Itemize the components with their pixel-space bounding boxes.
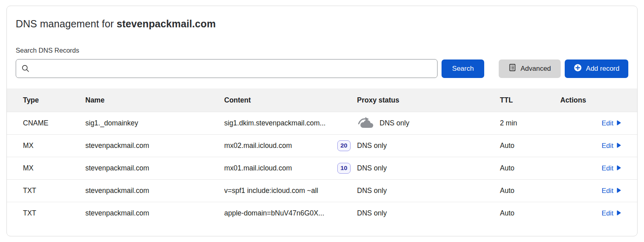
cell-type: TXT [23,209,85,217]
cell-content: sig1.dkim.stevenpackmail.com... [224,119,326,127]
edit-button[interactable]: Edit [602,209,621,217]
cell-ttl: Auto [500,142,560,150]
search-toolbar: Search Advanced [16,59,628,78]
table-row[interactable]: MX stevenpackmail.com mx01.mail.icloud.c… [7,157,637,179]
plus-icon [574,64,582,74]
edit-arrow-icon [617,187,621,195]
column-header-content: Content [224,96,357,105]
proxy-status-text: DNS only [357,187,387,195]
search-icon [21,64,30,74]
table-header-row: Type Name Content Proxy status TTL Actio… [7,88,637,112]
edit-label: Edit [602,119,613,127]
cell-type: CNAME [23,119,85,127]
search-label: Search DNS Records [16,47,628,54]
dns-only-cloud-icon [357,116,375,130]
cell-name: sig1._domainkey [85,119,224,127]
proxy-status-text: DNS only [357,209,387,217]
page-title-prefix: DNS management for [16,18,117,29]
proxy-status-text: DNS only [380,119,409,127]
column-header-type: Type [23,96,85,105]
dns-records-table: Type Name Content Proxy status TTL Actio… [7,88,637,224]
edit-button[interactable]: Edit [602,119,621,127]
advanced-list-icon [508,64,516,74]
advanced-button-label: Advanced [520,65,551,73]
cell-type: MX [23,164,85,172]
edit-arrow-icon [617,119,621,127]
cell-name: stevenpackmail.com [85,209,224,217]
cell-name: stevenpackmail.com [85,164,224,172]
search-box [16,59,438,78]
column-header-name: Name [85,96,224,105]
cell-content: apple-domain=bNuV47n6G0X... [224,209,324,217]
cell-ttl: Auto [500,209,560,217]
mx-priority-badge: 20 [337,140,351,151]
mx-priority-badge: 10 [337,163,351,174]
table-row[interactable]: TXT stevenpackmail.com apple-domain=bNuV… [7,202,637,224]
cell-type: MX [23,142,85,150]
edit-arrow-icon [617,142,621,150]
advanced-button[interactable]: Advanced [499,59,561,78]
cell-ttl: Auto [500,187,560,195]
add-record-button-label: Add record [586,65,619,73]
cell-ttl: Auto [500,164,560,172]
column-header-proxy: Proxy status [357,96,500,105]
page-title-domain: stevenpackmail.com [117,18,216,29]
cell-content: v=spf1 include:icloud.com ~all [224,187,318,195]
edit-arrow-icon [617,209,621,217]
table-row[interactable]: MX stevenpackmail.com mx02.mail.icloud.c… [7,134,637,157]
search-button[interactable]: Search [442,59,484,78]
edit-label: Edit [602,187,613,195]
edit-button[interactable]: Edit [602,187,621,195]
add-record-button[interactable]: Add record [565,59,628,78]
edit-button[interactable]: Edit [602,164,621,172]
cell-type: TXT [23,187,85,195]
cell-name: stevenpackmail.com [85,187,224,195]
page-title: DNS management for stevenpackmail.com [16,18,628,30]
proxy-status-text: DNS only [357,142,387,150]
cell-content: mx01.mail.icloud.com [224,164,292,172]
column-header-ttl: TTL [500,96,560,105]
table-row[interactable]: TXT stevenpackmail.com v=spf1 include:ic… [7,179,637,202]
table-row[interactable]: CNAME sig1._domainkey sig1.dkim.stevenpa… [7,112,637,134]
proxy-status-text: DNS only [357,164,387,172]
edit-label: Edit [602,209,613,217]
cell-name: stevenpackmail.com [85,142,224,150]
search-input[interactable] [16,59,438,78]
column-header-actions: Actions [560,96,621,105]
dns-management-card: DNS management for stevenpackmail.com Se… [6,6,638,236]
cell-ttl: 2 min [500,119,560,127]
edit-button[interactable]: Edit [602,142,621,150]
edit-label: Edit [602,164,613,172]
edit-label: Edit [602,142,613,150]
cell-content: mx02.mail.icloud.com [224,142,292,150]
edit-arrow-icon [617,164,621,172]
search-button-label: Search [452,65,474,73]
